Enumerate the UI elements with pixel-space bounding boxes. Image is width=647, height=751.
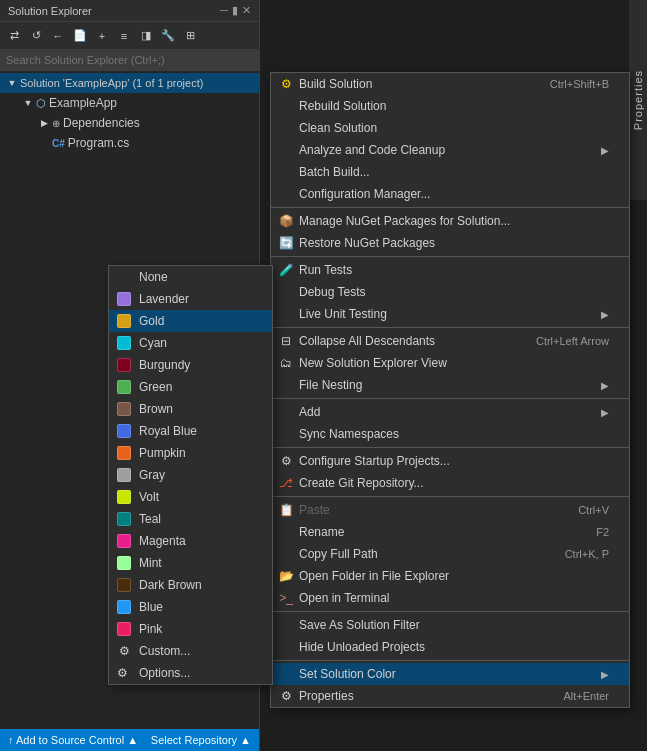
color-swatch-lavender — [117, 292, 131, 306]
color-swatch-burgundy — [117, 358, 131, 372]
color-item-volt[interactable]: Volt — [109, 486, 272, 508]
menu-item-clean-solution[interactable]: Clean Solution — [271, 117, 629, 139]
refresh-button[interactable]: ↺ — [26, 26, 46, 46]
menu-item-save-solution-filter[interactable]: Save As Solution Filter — [271, 614, 629, 636]
color-item-dark-brown[interactable]: Dark Brown — [109, 574, 272, 596]
menu-item-copy-full-path[interactable]: Copy Full PathCtrl+K, P — [271, 543, 629, 565]
se-toolbar: ⇄ ↺ ← 📄 + ≡ ◨ 🔧 ⊞ — [0, 22, 259, 50]
menu-item-add[interactable]: Add▶ — [271, 401, 629, 423]
menu-item-config-manager[interactable]: Configuration Manager... — [271, 183, 629, 205]
show-all-files-button[interactable]: 📄 — [70, 26, 90, 46]
search-box[interactable] — [0, 50, 259, 71]
menu-item-configure-startup[interactable]: ⚙Configure Startup Projects... — [271, 450, 629, 472]
menu-item-restore-nuget[interactable]: 🔄Restore NuGet Packages — [271, 232, 629, 254]
menu-separator — [271, 496, 629, 497]
titlebar-icons: ─ ▮ ✕ — [220, 4, 251, 17]
color-item-cyan[interactable]: Cyan — [109, 332, 272, 354]
sync-button[interactable]: ⇄ — [4, 26, 24, 46]
menu-item-create-git-repo[interactable]: ⎇Create Git Repository... — [271, 472, 629, 494]
color-label-mint: Mint — [139, 556, 162, 570]
tools-button[interactable]: 🔧 — [158, 26, 178, 46]
menu-item-open-terminal[interactable]: >_Open in Terminal — [271, 587, 629, 609]
menu-item-analyze-cleanup[interactable]: Analyze and Code Cleanup▶ — [271, 139, 629, 161]
menu-shortcut-rename: F2 — [596, 526, 609, 538]
menu-shortcut-properties: Alt+Enter — [563, 690, 609, 702]
dependencies-node[interactable]: ▶ ⊕ Dependencies — [0, 113, 259, 133]
menu-item-run-tests[interactable]: 🧪Run Tests — [271, 259, 629, 281]
color-item-pumpkin[interactable]: Pumpkin — [109, 442, 272, 464]
menu-icon-paste: 📋 — [277, 501, 295, 519]
menu-item-build-solution[interactable]: ⚙Build SolutionCtrl+Shift+B — [271, 73, 629, 95]
menu-icon-build-solution: ⚙ — [277, 75, 295, 93]
color-item-mint[interactable]: Mint — [109, 552, 272, 574]
pin-icon[interactable]: ─ — [220, 4, 228, 17]
color-swatch-magenta — [117, 534, 131, 548]
color-item-burgundy[interactable]: Burgundy — [109, 354, 272, 376]
menu-item-file-nesting[interactable]: File Nesting▶ — [271, 374, 629, 396]
color-item-gold[interactable]: Gold — [109, 310, 272, 332]
menu-arrow-analyze-cleanup: ▶ — [601, 145, 609, 156]
menu-item-sync-namespaces[interactable]: Sync Namespaces — [271, 423, 629, 445]
dep-expand-arrow: ▶ — [36, 115, 52, 131]
menu-item-debug-tests[interactable]: Debug Tests — [271, 281, 629, 303]
menu-item-new-solution-explorer[interactable]: 🗂New Solution Explorer View — [271, 352, 629, 374]
color-label-blue: Blue — [139, 600, 163, 614]
solution-node[interactable]: ▼ Solution 'ExampleApp' (1 of 1 project) — [0, 73, 259, 93]
project-node[interactable]: ▼ ⬡ ExampleApp — [0, 93, 259, 113]
properties-panel: Properties — [629, 0, 647, 200]
menu-item-manage-nuget[interactable]: 📦Manage NuGet Packages for Solution... — [271, 210, 629, 232]
menu-icon-collapse-descendants: ⊟ — [277, 332, 295, 350]
extra-button[interactable]: ⊞ — [180, 26, 200, 46]
color-label-brown: Brown — [139, 402, 173, 416]
preview-button[interactable]: ◨ — [136, 26, 156, 46]
close-icon[interactable]: ✕ — [242, 4, 251, 17]
menu-text-debug-tests: Debug Tests — [299, 285, 609, 299]
context-menu: ⚙Build SolutionCtrl+Shift+BRebuild Solut… — [270, 72, 630, 708]
menu-shortcut-copy-full-path: Ctrl+K, P — [565, 548, 609, 560]
menu-text-clean-solution: Clean Solution — [299, 121, 609, 135]
menu-text-open-folder: Open Folder in File Explorer — [299, 569, 609, 583]
menu-item-rebuild-solution[interactable]: Rebuild Solution — [271, 95, 629, 117]
menu-item-properties[interactable]: ⚙PropertiesAlt+Enter — [271, 685, 629, 707]
color-item-pink[interactable]: Pink — [109, 618, 272, 640]
menu-arrow-live-unit-testing: ▶ — [601, 309, 609, 320]
menu-item-hide-unloaded[interactable]: Hide Unloaded Projects — [271, 636, 629, 658]
menu-item-live-unit-testing[interactable]: Live Unit Testing▶ — [271, 303, 629, 325]
color-swatch-gold — [117, 314, 131, 328]
color-item-blue[interactable]: Blue — [109, 596, 272, 618]
pin-vertical-icon[interactable]: ▮ — [232, 4, 238, 17]
color-item-gray[interactable]: Gray — [109, 464, 272, 486]
color-item-brown[interactable]: Brown — [109, 398, 272, 420]
search-input[interactable] — [6, 54, 253, 66]
properties-button[interactable]: ≡ — [114, 26, 134, 46]
add-new-button[interactable]: + — [92, 26, 112, 46]
color-item-green[interactable]: Green — [109, 376, 272, 398]
menu-item-set-solution-color[interactable]: Set Solution Color▶ — [271, 663, 629, 685]
color-label-magenta: Magenta — [139, 534, 186, 548]
back-button[interactable]: ← — [48, 26, 68, 46]
color-item-teal[interactable]: Teal — [109, 508, 272, 530]
menu-arrow-file-nesting: ▶ — [601, 380, 609, 391]
menu-item-open-folder[interactable]: 📂Open Folder in File Explorer — [271, 565, 629, 587]
se-bottom-left[interactable]: ↑ Add to Source Control ▲ — [8, 734, 138, 746]
menu-icon-manage-nuget: 📦 — [277, 212, 295, 230]
color-item-lavender[interactable]: Lavender — [109, 288, 272, 310]
menu-separator — [271, 660, 629, 661]
menu-text-run-tests: Run Tests — [299, 263, 609, 277]
menu-text-create-git-repo: Create Git Repository... — [299, 476, 609, 490]
project-label: ExampleApp — [49, 96, 117, 110]
menu-item-batch-build[interactable]: Batch Build... — [271, 161, 629, 183]
menu-text-build-solution: Build Solution — [299, 77, 530, 91]
color-item-none[interactable]: None — [109, 266, 272, 288]
menu-text-rename: Rename — [299, 525, 576, 539]
menu-text-set-solution-color: Set Solution Color — [299, 667, 601, 681]
menu-item-collapse-descendants[interactable]: ⊟Collapse All DescendantsCtrl+Left Arrow — [271, 330, 629, 352]
color-item-royal-blue[interactable]: Royal Blue — [109, 420, 272, 442]
color-item-magenta[interactable]: Magenta — [109, 530, 272, 552]
menu-item-rename[interactable]: RenameF2 — [271, 521, 629, 543]
se-bottom-right[interactable]: Select Repository ▲ — [151, 734, 251, 746]
color-options-item[interactable]: ⚙Options... — [109, 662, 272, 684]
menu-text-restore-nuget: Restore NuGet Packages — [299, 236, 609, 250]
program-file-node[interactable]: C# Program.cs — [0, 133, 259, 153]
color-item-custom[interactable]: ⚙Custom... — [109, 640, 272, 662]
